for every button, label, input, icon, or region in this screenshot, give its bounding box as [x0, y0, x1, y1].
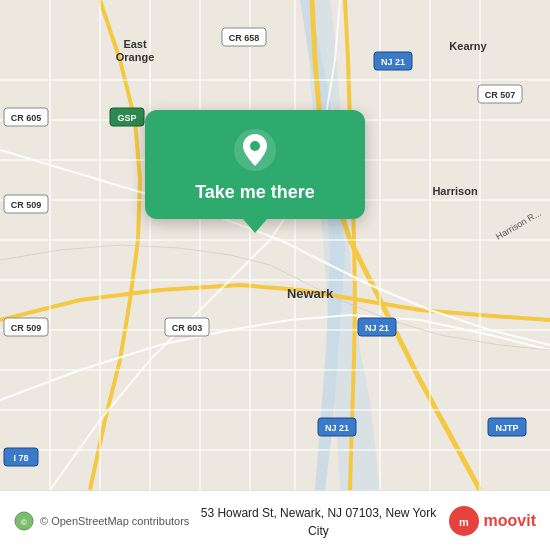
popup-card[interactable]: Take me there — [145, 110, 365, 219]
svg-text:I 78: I 78 — [13, 453, 28, 463]
svg-text:NJTP: NJTP — [495, 423, 518, 433]
svg-text:CR 509: CR 509 — [11, 200, 42, 210]
moovit-icon: m — [448, 505, 480, 537]
svg-text:m: m — [459, 516, 469, 528]
svg-text:CR 603: CR 603 — [172, 323, 203, 333]
svg-text:NJ 21: NJ 21 — [365, 323, 389, 333]
svg-text:GSP: GSP — [117, 113, 136, 123]
attribution-section: © © OpenStreetMap contributors — [14, 511, 189, 531]
svg-text:Harrison: Harrison — [432, 185, 478, 197]
location-pin-icon — [233, 128, 277, 172]
take-me-there-button[interactable]: Take me there — [195, 182, 315, 203]
svg-text:NJ 21: NJ 21 — [325, 423, 349, 433]
svg-text:Newark: Newark — [287, 286, 334, 301]
attribution-text: © OpenStreetMap contributors — [40, 515, 189, 527]
svg-text:Orange: Orange — [116, 51, 155, 63]
svg-text:Kearny: Kearny — [449, 40, 487, 52]
map-container: CR 658 CR 507 CR 605 GSP NJ 21 CR 509 CR… — [0, 0, 550, 490]
svg-text:CR 507: CR 507 — [485, 90, 516, 100]
bottom-bar: © © OpenStreetMap contributors 53 Howard… — [0, 490, 550, 550]
osm-logo-icon: © — [14, 511, 34, 531]
svg-text:East: East — [123, 38, 147, 50]
address-section: 53 Howard St, Newark, NJ 07103, New York… — [189, 503, 447, 539]
moovit-logo: m moovit — [448, 505, 536, 537]
svg-point-51 — [250, 141, 260, 151]
address-text: 53 Howard St, Newark, NJ 07103, New York… — [201, 506, 436, 538]
svg-text:CR 605: CR 605 — [11, 113, 42, 123]
svg-text:CR 658: CR 658 — [229, 33, 260, 43]
svg-rect-0 — [0, 0, 550, 490]
svg-text:CR 509: CR 509 — [11, 323, 42, 333]
moovit-brand-text: moovit — [484, 512, 536, 530]
svg-text:©: © — [21, 518, 27, 527]
svg-text:NJ 21: NJ 21 — [381, 57, 405, 67]
